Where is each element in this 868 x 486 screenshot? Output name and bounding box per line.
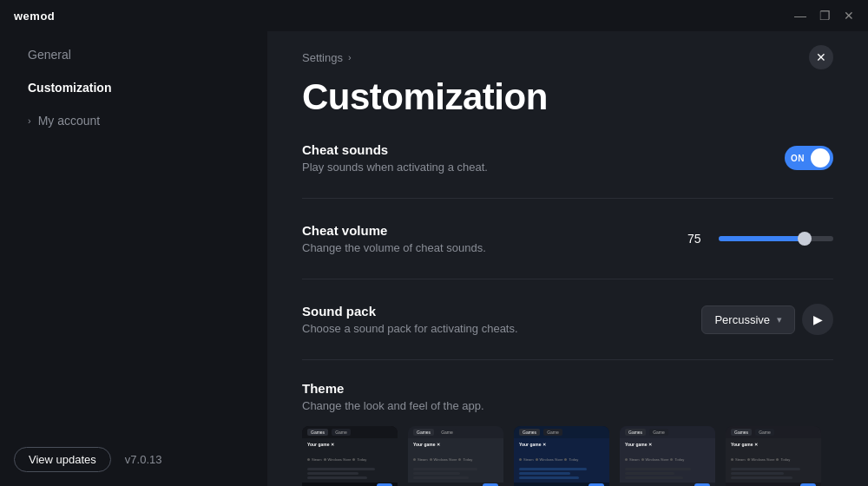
sidebar-item-label: Customization [28, 81, 111, 95]
card-line [413, 476, 469, 479]
card-tab-game: Game [755, 429, 774, 436]
theme-subtitle: Change the look and feel of the app. [302, 399, 833, 412]
play-sound-button[interactable]: ▶ [802, 304, 833, 335]
card-header: Games Game [302, 426, 398, 438]
sound-pack-dropdown[interactable]: Percussive ▾ [701, 305, 795, 334]
card-lines [731, 468, 816, 479]
card-game-title: Your game ✕ [625, 442, 710, 447]
sound-pack-setting: Sound pack Choose a sound pack for activ… [302, 300, 833, 338]
card-game-title: Your game ✕ [307, 442, 392, 447]
page-title: Customization [267, 76, 868, 139]
badge-dot [307, 458, 310, 461]
theme-setting: Theme Change the look and feel of the ap… [302, 381, 833, 486]
badge-dot-2 [324, 458, 326, 461]
card-tab-game: Game [649, 429, 668, 436]
theme-card-slate[interactable]: Games Game Your game ✕ Steam Windows Sto… [620, 426, 715, 486]
card-game-title: Your game ✕ [731, 442, 816, 447]
cheat-volume-description: Change the volume of cheat sounds. [302, 241, 486, 254]
card-line [731, 476, 792, 479]
sidebar-item-label: General [28, 48, 71, 62]
theme-card-dark[interactable]: Games Game Your game ✕ Steam Windows Sto… [302, 426, 398, 486]
maximize-button[interactable]: ❐ [819, 10, 830, 21]
toggle-knob [811, 148, 830, 167]
close-window-button[interactable]: ✕ [844, 10, 854, 21]
theme-cards: Games Game Your game ✕ Steam Windows Sto… [302, 426, 833, 486]
card-game-title: Your game ✕ [519, 442, 604, 447]
divider-2 [302, 279, 833, 279]
theme-card-blue[interactable]: Games Game Your game ✕ Steam Windows Sto… [514, 426, 609, 486]
app-body: General Customization › My account View … [0, 31, 868, 486]
card-line [413, 468, 477, 470]
card-badge: Steam Windows Store Today [519, 457, 578, 462]
window-controls: — ❐ ✕ [795, 10, 854, 21]
breadcrumb: Settings › [302, 51, 352, 64]
badge-dot-3 [776, 458, 779, 461]
cheat-volume-title: Cheat volume [302, 223, 486, 238]
volume-control: 75 [687, 232, 833, 246]
card-game-title: Your game ✕ [413, 442, 498, 447]
sidebar-item-my-account[interactable]: › My account [7, 105, 260, 136]
sound-pack-info: Sound pack Choose a sound pack for activ… [302, 304, 518, 335]
card-line [519, 472, 570, 475]
cheat-sounds-toggle[interactable]: ON [785, 146, 833, 170]
badge-dot [731, 458, 733, 461]
card-header: Games Game [726, 426, 821, 438]
badge-today: Today [463, 457, 472, 462]
volume-slider-fill [719, 236, 805, 241]
card-line [519, 476, 579, 479]
volume-slider-track[interactable] [719, 236, 833, 241]
badge-steam: Steam [418, 457, 428, 462]
card-tab-games: Games [731, 429, 752, 436]
main-content: Settings › ✕ Customization Cheat sounds … [267, 31, 868, 486]
badge-dot-2 [536, 458, 538, 461]
cheat-sounds-title: Cheat sounds [302, 142, 488, 157]
card-header: Games Game [620, 426, 715, 438]
card-lines [413, 468, 498, 479]
card-body: Your game ✕ Steam Windows Store Today [302, 438, 398, 483]
chevron-down-icon: ▾ [777, 314, 782, 325]
cheat-volume-info: Cheat volume Change the volume of cheat … [302, 223, 486, 254]
card-badge: Steam Windows Store Today [307, 457, 366, 462]
badge-dot-3 [352, 458, 355, 461]
badge-windows: Windows Store [752, 457, 775, 462]
badge-dot-2 [747, 458, 750, 461]
sidebar-item-customization[interactable]: Customization [7, 72, 260, 103]
badge-windows: Windows Store [434, 457, 457, 462]
badge-steam: Steam [735, 457, 746, 462]
card-line [519, 468, 587, 470]
badge-dot [413, 458, 416, 461]
card-line [307, 472, 358, 475]
badge-windows: Windows Store [328, 457, 352, 462]
badge-steam: Steam [312, 457, 322, 462]
volume-slider-thumb[interactable] [798, 232, 812, 246]
version-label: v7.0.13 [125, 453, 162, 466]
view-updates-button[interactable]: View updates [14, 447, 111, 472]
breadcrumb-parent: Settings [302, 51, 343, 64]
card-line [307, 476, 367, 479]
card-badge: Steam Windows Store Today [413, 457, 472, 462]
card-line [625, 468, 691, 470]
card-lines [519, 468, 604, 479]
close-button[interactable]: ✕ [809, 45, 833, 69]
cheat-sounds-info: Cheat sounds Play sounds when activating… [302, 142, 488, 174]
theme-title: Theme [302, 381, 833, 396]
sidebar-item-general[interactable]: General [7, 39, 260, 70]
card-body: Your game ✕ Steam Windows Store Today [620, 438, 715, 483]
sidebar: General Customization › My account View … [0, 31, 267, 486]
divider-1 [302, 198, 833, 199]
theme-card-charcoal[interactable]: Games Game Your game ✕ Steam Windows Sto… [726, 426, 821, 486]
sound-pack-selected: Percussive [714, 313, 770, 326]
badge-dot-3 [458, 458, 461, 461]
sidebar-item-label: My account [38, 114, 101, 128]
card-lines [307, 468, 392, 479]
card-tab-games: Games [625, 429, 646, 436]
title-bar: wemod — ❐ ✕ [0, 0, 868, 31]
card-line [731, 468, 800, 470]
cheat-volume-setting: Cheat volume Change the volume of cheat … [302, 220, 833, 258]
card-lines [625, 468, 710, 479]
theme-card-mid[interactable]: Games Game Your game ✕ Steam Windows Sto… [408, 426, 503, 486]
card-tab-game: Game [543, 429, 562, 436]
card-tab-games: Games [413, 429, 434, 436]
minimize-button[interactable]: — [795, 10, 806, 21]
cheat-sounds-description: Play sounds when activating a cheat. [302, 161, 488, 174]
